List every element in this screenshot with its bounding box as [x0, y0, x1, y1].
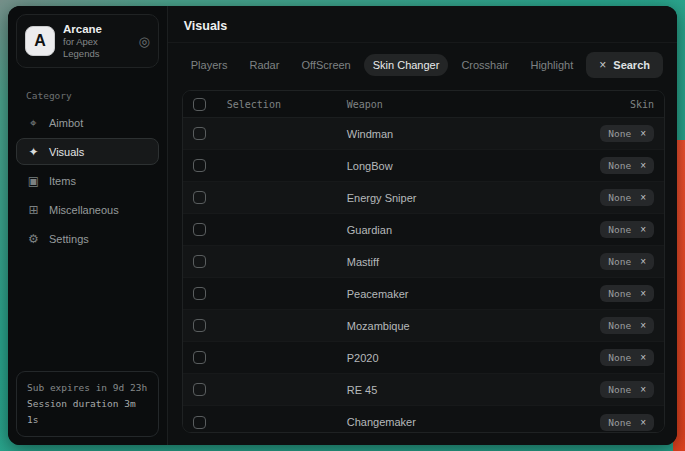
tab[interactable]: OffScreen — [292, 54, 359, 76]
clear-skin-icon[interactable]: × — [640, 384, 646, 395]
gear-icon: ⚙ — [27, 232, 40, 246]
row-checkbox[interactable] — [193, 319, 206, 332]
weapon-name: Peacemaker — [347, 288, 558, 300]
skin-value-label: None — [608, 224, 631, 235]
table-row: Energy Sniper None × — [183, 182, 664, 214]
skin-value-badge[interactable]: None × — [600, 414, 654, 431]
tab-bar: Players Radar OffScreen Skin Changer Cro… — [168, 43, 677, 78]
skin-value-label: None — [608, 192, 631, 203]
search-button[interactable]: × Search — [586, 52, 663, 78]
table-row: Windman None × — [183, 118, 664, 150]
skin-value-badge[interactable]: None × — [600, 157, 654, 174]
sidebar-item-label: Settings — [49, 233, 89, 245]
sidebar-item-label: Miscellaneous — [49, 204, 119, 216]
weapon-name: LongBow — [347, 160, 558, 172]
select-all-checkbox[interactable] — [193, 98, 206, 111]
table-header-row: Selection Weapon Skin — [183, 91, 664, 118]
skin-value-label: None — [608, 417, 631, 428]
crosshair-icon: ⌖ — [27, 116, 40, 130]
tab[interactable]: Radar — [240, 54, 288, 76]
skin-cell: None × — [558, 317, 654, 334]
subscription-info-box: Sub expires in 9d 23h Session duration 3… — [16, 371, 159, 437]
table-row: Peacemaker None × — [183, 278, 664, 310]
clear-skin-icon[interactable]: × — [640, 320, 646, 331]
skin-value-badge[interactable]: None × — [600, 253, 654, 270]
skin-value-label: None — [608, 384, 631, 395]
table-body: Windman None × LongBow — [183, 118, 664, 433]
clear-skin-icon[interactable]: × — [640, 352, 646, 363]
sidebar: A Arcane for Apex Legends ◎ Category ⌖ A… — [8, 6, 167, 445]
row-checkbox[interactable] — [193, 287, 206, 300]
target-icon[interactable]: ◎ — [138, 34, 149, 49]
sidebar-item-label: Visuals — [49, 146, 84, 158]
sidebar-item[interactable]: ⚙ Settings — [16, 225, 159, 252]
table-row: Guardian None × — [183, 214, 664, 246]
skin-value-badge[interactable]: None × — [600, 317, 654, 334]
sidebar-item-label: Aimbot — [49, 117, 83, 129]
sidebar-item[interactable]: ⌖ Aimbot — [16, 109, 159, 136]
column-header-selection: Selection — [227, 99, 347, 110]
app-header-card: A Arcane for Apex Legends ◎ — [16, 14, 159, 68]
skin-cell: None × — [558, 285, 654, 302]
skin-value-badge[interactable]: None × — [600, 125, 654, 142]
cube-icon: ▣ — [27, 174, 40, 188]
clear-skin-icon[interactable]: × — [640, 192, 646, 203]
table-row: Changemaker None × — [183, 406, 664, 433]
sparkle-icon: ✦ — [27, 145, 40, 159]
skin-value-label: None — [608, 256, 631, 267]
app-subtitle: for Apex Legends — [63, 36, 130, 60]
search-button-label: Search — [613, 59, 650, 71]
sidebar-spacer — [8, 254, 167, 362]
clear-skin-icon[interactable]: × — [640, 288, 646, 299]
skin-cell: None × — [558, 125, 654, 142]
row-checkbox[interactable] — [193, 416, 206, 429]
clear-skin-icon[interactable]: × — [640, 417, 646, 428]
grid-icon: ⊞ — [27, 203, 40, 217]
weapon-name: RE 45 — [347, 384, 558, 396]
table-row: RE 45 None × — [183, 374, 664, 406]
row-checkbox[interactable] — [193, 351, 206, 364]
skin-value-badge[interactable]: None × — [600, 189, 654, 206]
sidebar-nav: ⌖ Aimbot ✦ Visuals ▣ Items ⊞ Miscellaneo… — [8, 107, 167, 254]
skin-value-badge[interactable]: None × — [600, 285, 654, 302]
sidebar-item[interactable]: ▣ Items — [16, 167, 159, 194]
column-header-skin: Skin — [558, 99, 654, 110]
skin-value-label: None — [608, 352, 631, 363]
row-checkbox[interactable] — [193, 383, 206, 396]
skin-cell: None × — [558, 349, 654, 366]
sidebar-item[interactable]: ✦ Visuals — [16, 138, 159, 165]
skin-value-badge[interactable]: None × — [600, 221, 654, 238]
clear-skin-icon[interactable]: × — [640, 160, 646, 171]
skin-cell: None × — [558, 189, 654, 206]
clear-skin-icon[interactable]: × — [640, 256, 646, 267]
row-checkbox[interactable] — [193, 159, 206, 172]
weapon-name: Energy Sniper — [347, 192, 558, 204]
app-window: A Arcane for Apex Legends ◎ Category ⌖ A… — [8, 6, 677, 445]
tab[interactable]: Crosshair — [452, 54, 517, 76]
skin-cell: None × — [558, 253, 654, 270]
tab[interactable]: Highlight — [521, 54, 582, 76]
weapon-name: Guardian — [347, 224, 558, 236]
tab[interactable]: Skin Changer — [364, 54, 449, 76]
row-checkbox[interactable] — [193, 191, 206, 204]
skin-cell: None × — [558, 414, 654, 431]
clear-skin-icon[interactable]: × — [640, 128, 646, 139]
clear-skin-icon[interactable]: × — [640, 224, 646, 235]
page-title: Visuals — [184, 19, 661, 33]
row-checkbox[interactable] — [193, 255, 206, 268]
column-header-weapon: Weapon — [347, 99, 558, 110]
sidebar-item-label: Items — [49, 175, 76, 187]
skin-value-badge[interactable]: None × — [600, 381, 654, 398]
row-checkbox[interactable] — [193, 127, 206, 140]
tab[interactable]: Players — [182, 54, 237, 76]
sidebar-item[interactable]: ⊞ Miscellaneous — [16, 196, 159, 223]
main-panel: Visuals Players Radar OffScreen Skin Cha… — [168, 6, 677, 445]
skin-cell: None × — [558, 221, 654, 238]
x-icon: × — [599, 58, 606, 72]
row-checkbox[interactable] — [193, 223, 206, 236]
table-row: P2020 None × — [183, 342, 664, 374]
sub-expires-text: Sub expires in 9d 23h — [27, 380, 148, 396]
skin-value-badge[interactable]: None × — [600, 349, 654, 366]
category-label: Category — [26, 90, 149, 101]
weapon-name: P2020 — [347, 352, 558, 364]
